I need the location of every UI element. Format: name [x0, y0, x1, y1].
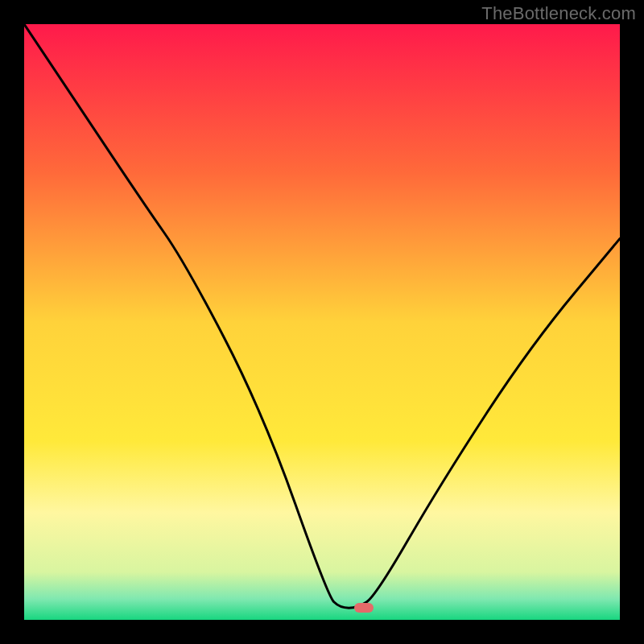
chart-container: TheBottleneck.com	[0, 0, 644, 644]
optimal-point-marker	[354, 603, 374, 613]
gradient-background	[24, 24, 620, 620]
plot-area	[24, 24, 620, 620]
watermark-text: TheBottleneck.com	[481, 3, 636, 24]
chart-svg	[24, 24, 620, 620]
